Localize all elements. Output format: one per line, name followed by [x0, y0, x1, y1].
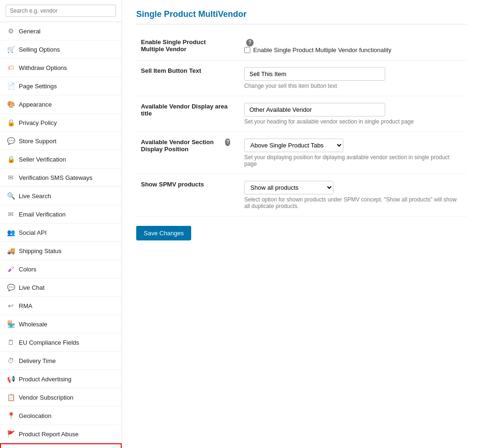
sidebar-item-label-privacy-policy: Privacy Policy — [19, 119, 57, 126]
sidebar: ⚙General🛒Selling Options🏷Withdraw Option… — [0, 0, 122, 448]
sidebar-item-label-delivery-time: Delivery Time — [19, 357, 56, 364]
sidebar-item-privacy-policy[interactable]: 🔒Privacy Policy — [0, 114, 122, 132]
page-title: Single Product MultiVendor — [136, 9, 467, 24]
enable-spmv-help-icon[interactable]: ? — [246, 39, 254, 46]
form-label-text-available-vendor-section-position: Available Vendor Section Display Positio… — [141, 139, 221, 153]
enable-spmv-checkbox[interactable] — [244, 47, 250, 53]
show-spmv-products-select[interactable]: Show all productsShow unique productsHid… — [244, 181, 334, 194]
form-row-sell-item-button-text: Sell Item Button TextChange your sell th… — [136, 60, 467, 96]
sidebar-item-label-vendor-subscription: Vendor Subscription — [19, 394, 73, 401]
sidebar-item-rma[interactable]: ↩RMA — [0, 297, 122, 315]
sidebar-item-label-email-verification: Email Verification — [19, 211, 66, 218]
enable-spmv-checkbox-label: Enable Single Product Multiple Vendor fu… — [253, 46, 391, 54]
form-label-text-sell-item-button-text: Sell Item Button Text — [141, 67, 201, 74]
form-input-cell-available-vendor-display-title: Set your heading for available vendor se… — [240, 96, 467, 131]
sidebar-item-delivery-time[interactable]: ⏱Delivery Time — [0, 352, 122, 370]
selling-options-icon: 🛒 — [7, 45, 15, 54]
available-vendor-display-title-description: Set your heading for available vendor se… — [244, 118, 462, 125]
rma-icon: ↩ — [7, 301, 15, 310]
sidebar-item-label-eu-compliance: EU Compliance Fields — [19, 339, 79, 346]
sidebar-item-general[interactable]: ⚙General — [0, 22, 122, 40]
sidebar-item-label-product-report-abuse: Product Report Abuse — [19, 431, 78, 438]
sell-item-button-text-description: Change your sell this item button text — [244, 83, 462, 89]
sidebar-item-single-product-multivendor[interactable]: 🏬Single Product MultiVendor — [0, 443, 122, 448]
sidebar-item-geolocation[interactable]: 📍Geolocation — [0, 407, 122, 425]
settings-form: Enable Single Product Multiple Vendor?En… — [136, 32, 467, 216]
privacy-policy-icon: 🔒 — [7, 118, 15, 127]
sidebar-item-label-seller-verification: Seller Verification — [19, 156, 66, 163]
store-support-icon: 💬 — [7, 137, 15, 145]
sidebar-item-vendor-subscription[interactable]: 📋Vendor Subscription — [0, 388, 122, 407]
sidebar-item-label-live-search: Live Search — [19, 193, 51, 200]
general-icon: ⚙ — [7, 27, 15, 35]
sidebar-item-product-advertising[interactable]: 📢Product Advertising — [0, 370, 122, 388]
colors-icon: 🖌 — [7, 265, 15, 273]
live-search-icon: 🔍 — [7, 192, 15, 200]
sidebar-item-label-selling-options: Selling Options — [19, 46, 60, 53]
available-vendor-section-position-description: Set your displaying position for diplayi… — [244, 154, 462, 167]
verification-sms-icon: ✉ — [7, 173, 15, 182]
available-vendor-section-position-help-icon[interactable]: ? — [225, 139, 230, 146]
sidebar-item-email-verification[interactable]: ✉Email Verification — [0, 205, 122, 224]
sidebar-item-colors[interactable]: 🖌Colors — [0, 260, 122, 278]
sidebar-item-label-general: General — [19, 28, 40, 35]
form-row-available-vendor-section-position: Available Vendor Section Display Positio… — [136, 131, 467, 174]
page-settings-icon: 📄 — [7, 82, 15, 90]
sidebar-item-social-api[interactable]: 👥Social API — [0, 224, 122, 242]
social-api-icon: 👥 — [7, 228, 15, 237]
sidebar-search-input[interactable] — [6, 5, 116, 17]
sidebar-item-wholesale[interactable]: 🏪Wholesale — [0, 315, 122, 333]
wholesale-icon: 🏪 — [7, 320, 15, 328]
save-changes-button[interactable]: Save Changes — [136, 226, 191, 240]
sidebar-item-withdraw-options[interactable]: 🏷Withdraw Options — [0, 59, 122, 77]
form-label-text-enable-spmv: Enable Single Product Multiple Vendor — [141, 39, 230, 53]
form-label-show-spmv-products: Show SPMV products — [136, 174, 240, 216]
sell-item-button-text-input[interactable] — [244, 67, 385, 81]
sidebar-item-label-appearance: Appearance — [19, 101, 52, 108]
sidebar-item-label-social-api: Social API — [19, 229, 47, 236]
form-label-available-vendor-display-title: Available Vendor Display area title — [136, 96, 240, 131]
sidebar-item-page-settings[interactable]: 📄Page Settings — [0, 77, 122, 95]
sidebar-item-shipping-status[interactable]: 🚚Shipping Status — [0, 242, 122, 260]
available-vendor-section-position-select[interactable]: Above Single Product TabsBelow Single Pr… — [244, 139, 343, 152]
sidebar-item-verification-sms[interactable]: ✉Verification SMS Gateways — [0, 169, 122, 187]
sidebar-item-label-shipping-status: Shipping Status — [19, 247, 62, 255]
available-vendor-display-title-input[interactable] — [244, 103, 385, 116]
eu-compliance-icon: 🗒 — [7, 338, 15, 347]
sidebar-item-label-product-advertising: Product Advertising — [19, 376, 71, 383]
sidebar-item-label-withdraw-options: Withdraw Options — [19, 64, 67, 71]
sidebar-search-container — [0, 0, 122, 22]
sidebar-item-store-support[interactable]: 💬Store Support — [0, 132, 122, 150]
sidebar-item-label-page-settings: Page Settings — [19, 83, 57, 90]
sidebar-item-label-wholesale: Wholesale — [19, 321, 47, 328]
sidebar-item-label-rma: RMA — [19, 302, 32, 309]
sidebar-item-appearance[interactable]: 🎨Appearance — [0, 95, 122, 114]
appearance-icon: 🎨 — [7, 100, 15, 108]
form-label-sell-item-button-text: Sell Item Button Text — [136, 60, 240, 96]
sidebar-item-label-verification-sms: Verification SMS Gateways — [19, 174, 93, 181]
form-label-text-show-spmv-products: Show SPMV products — [141, 181, 204, 188]
seller-verification-icon: 🔒 — [7, 155, 15, 163]
sidebar-item-live-search[interactable]: 🔍Live Search — [0, 187, 122, 205]
delivery-time-icon: ⏱ — [7, 356, 15, 365]
form-input-cell-enable-spmv: ?Enable Single Product Multiple Vendor f… — [240, 32, 467, 60]
form-row-available-vendor-display-title: Available Vendor Display area titleSet y… — [136, 96, 467, 131]
sidebar-item-label-live-chat: Live Chat — [19, 284, 45, 291]
withdraw-options-icon: 🏷 — [7, 63, 15, 72]
sidebar-item-label-geolocation: Geolocation — [19, 412, 51, 419]
shipping-status-icon: 🚚 — [7, 247, 15, 255]
form-input-cell-sell-item-button-text: Change your sell this item button text — [240, 60, 467, 96]
form-label-enable-spmv: Enable Single Product Multiple Vendor — [136, 32, 240, 60]
form-label-available-vendor-section-position: Available Vendor Section Display Positio… — [136, 131, 240, 174]
sidebar-item-selling-options[interactable]: 🛒Selling Options — [0, 40, 122, 59]
geolocation-icon: 📍 — [7, 411, 15, 420]
product-report-abuse-icon: 🚩 — [7, 430, 15, 438]
sidebar-item-product-report-abuse[interactable]: 🚩Product Report Abuse — [0, 425, 122, 443]
form-input-cell-show-spmv-products: Show all productsShow unique productsHid… — [240, 174, 467, 216]
sidebar-item-seller-verification[interactable]: 🔒Seller Verification — [0, 150, 122, 169]
sidebar-item-live-chat[interactable]: 💬Live Chat — [0, 278, 122, 297]
form-label-text-available-vendor-display-title: Available Vendor Display area title — [141, 103, 230, 117]
sidebar-item-eu-compliance[interactable]: 🗒EU Compliance Fields — [0, 333, 122, 352]
product-advertising-icon: 📢 — [7, 375, 15, 383]
live-chat-icon: 💬 — [7, 283, 15, 292]
